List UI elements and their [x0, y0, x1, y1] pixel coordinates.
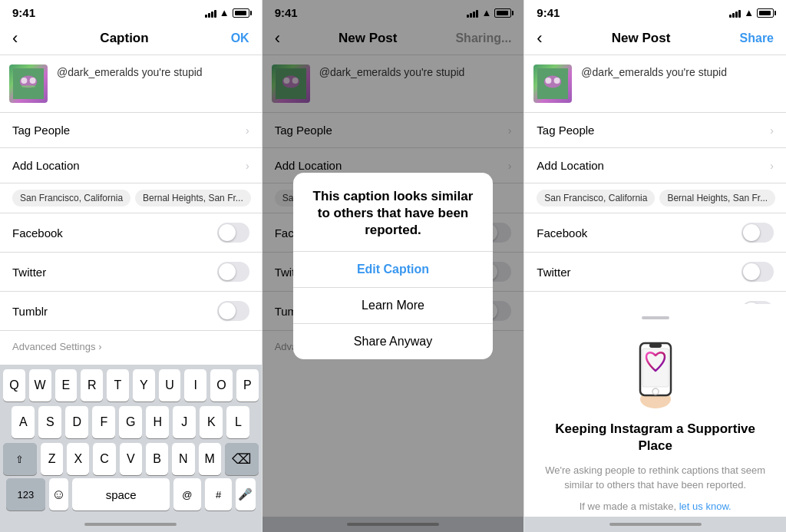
location-tag-sf-3: San Francisco, California: [537, 190, 655, 207]
twitter-switch-1[interactable]: [217, 262, 249, 282]
key-g[interactable]: G: [119, 406, 142, 438]
advanced-settings-1[interactable]: Advanced Settings ›: [0, 331, 262, 362]
share-anyway-button[interactable]: Share Anyway: [293, 324, 493, 359]
svg-point-12: [554, 78, 560, 84]
nav-title-3: New Post: [612, 31, 671, 46]
key-x[interactable]: X: [67, 443, 89, 475]
caption-text-3: @dark_emeralds you're stupid: [581, 64, 777, 78]
key-h[interactable]: H: [146, 406, 169, 438]
key-y[interactable]: Y: [133, 369, 155, 401]
twitter-switch-3: [741, 262, 774, 282]
key-hash[interactable]: #: [205, 478, 233, 511]
status-time-1: 9:41: [12, 6, 35, 19]
key-b[interactable]: B: [146, 443, 168, 475]
chevron-icon-tag-1: ›: [246, 124, 249, 137]
sheet-footer-3: If we made a mistake, let us know.: [537, 499, 774, 514]
edit-caption-button[interactable]: Edit Caption: [293, 252, 493, 288]
key-d[interactable]: D: [65, 406, 88, 438]
keyboard-row-q: Q W E R T Y U I O P: [0, 365, 262, 401]
key-z[interactable]: Z: [41, 443, 63, 475]
key-o[interactable]: O: [210, 369, 233, 401]
key-l[interactable]: L: [226, 406, 249, 438]
key-shift[interactable]: ⇧: [3, 443, 37, 475]
facebook-switch-1[interactable]: [217, 223, 249, 243]
key-p[interactable]: P: [236, 369, 259, 401]
signal-icon-1: [205, 8, 216, 18]
signal-icon-3: [729, 8, 741, 18]
sheet-footer-pre-3: If we made a mistake,: [580, 501, 679, 512]
key-n[interactable]: N: [172, 443, 194, 475]
key-mic[interactable]: 🎤: [236, 478, 255, 511]
key-q[interactable]: Q: [3, 369, 25, 401]
facebook-label-1: Facebook: [12, 226, 63, 240]
caption-text-1: @dark_emeralds you're stupid: [57, 64, 253, 78]
status-icons-3: ▲: [729, 7, 774, 18]
add-location-label-1: Add Location: [12, 159, 80, 172]
sheet-handle-3: [642, 316, 669, 319]
key-emoji[interactable]: ☺: [49, 478, 68, 511]
key-f[interactable]: F: [92, 406, 115, 438]
home-indicator-3: [524, 517, 786, 532]
key-a[interactable]: A: [12, 406, 35, 438]
location-tag-bernal-3: Bernal Heights, San Fr...: [659, 190, 775, 207]
dialog-overlay-2: This caption looks similar to others tha…: [263, 0, 524, 532]
key-delete[interactable]: ⌫: [225, 443, 259, 475]
key-j[interactable]: J: [173, 406, 196, 438]
svg-point-3: [30, 78, 36, 84]
tag-people-item-1[interactable]: Tag People ›: [0, 113, 262, 148]
key-m[interactable]: M: [199, 443, 221, 475]
key-c[interactable]: C: [93, 443, 115, 475]
status-bar-1: 9:41 ▲: [0, 0, 262, 22]
advanced-chevron-1: ›: [98, 341, 101, 352]
back-button-3: ‹: [537, 28, 542, 48]
key-at[interactable]: @: [173, 478, 201, 511]
key-space[interactable]: space: [72, 478, 170, 511]
chevron-icon-tag-3: ›: [770, 124, 774, 137]
key-e[interactable]: E: [55, 369, 78, 401]
add-location-item-3: Add Location ›: [524, 148, 786, 183]
share-button-3[interactable]: Share: [740, 31, 774, 45]
svg-rect-4: [21, 85, 35, 87]
bottom-sheet-3: Keeping Instagram a Supportive Place We'…: [524, 304, 786, 532]
key-s[interactable]: S: [38, 406, 61, 438]
let-us-know-link[interactable]: let us know.: [679, 501, 732, 512]
key-123[interactable]: 123: [6, 478, 45, 511]
wifi-icon-1: ▲: [220, 7, 230, 18]
tumblr-switch-1[interactable]: [217, 301, 249, 321]
battery-icon-1: [233, 8, 249, 18]
location-tag-sf-1[interactable]: San Francisco, California: [12, 190, 130, 207]
tag-people-label-1: Tag People: [12, 124, 70, 137]
nav-bar-3: ‹ New Post Share: [524, 22, 786, 55]
key-r[interactable]: R: [81, 369, 103, 401]
svg-point-2: [21, 78, 27, 84]
nav-bar-1: ‹ Caption OK: [0, 22, 262, 55]
key-w[interactable]: W: [29, 369, 51, 401]
back-button-1[interactable]: ‹: [12, 28, 18, 48]
key-u[interactable]: U: [159, 369, 181, 401]
key-v[interactable]: V: [120, 443, 142, 475]
add-location-item-1[interactable]: Add Location ›: [0, 148, 262, 183]
post-thumbnail-3: [533, 64, 572, 103]
facebook-toggle-1: Facebook: [0, 213, 262, 253]
keyboard-row-a: A S D F G H J K L: [0, 401, 262, 438]
home-indicator-1: [0, 517, 262, 532]
dialog-title-2: This caption looks similar to others tha…: [293, 173, 493, 239]
thumbnail-image-3: [537, 68, 568, 99]
location-tag-bernal-1[interactable]: Bernal Heights, San Fr...: [135, 190, 251, 207]
key-t[interactable]: T: [107, 369, 129, 401]
sheet-body-text-3: We're asking people to rethink captions …: [545, 464, 765, 491]
twitter-toggle-3: Twitter: [524, 253, 786, 292]
post-thumbnail-1: [9, 64, 48, 103]
learn-more-button[interactable]: Learn More: [293, 288, 493, 324]
tag-people-item-3: Tag People ›: [524, 113, 786, 148]
sheet-body-3: We're asking people to rethink captions …: [537, 463, 774, 493]
status-bar-3: 9:41 ▲: [524, 0, 786, 22]
home-bar-3: [609, 523, 702, 526]
twitter-label-3: Twitter: [537, 266, 570, 279]
key-k[interactable]: K: [200, 406, 223, 438]
key-i[interactable]: I: [184, 369, 206, 401]
tag-people-label-3: Tag People: [537, 124, 594, 137]
ok-button-1[interactable]: OK: [231, 31, 249, 45]
panel3-bg: 9:41 ▲ ‹ New Post Share: [524, 0, 786, 331]
caption-area-3: @dark_emeralds you're stupid: [524, 55, 786, 113]
